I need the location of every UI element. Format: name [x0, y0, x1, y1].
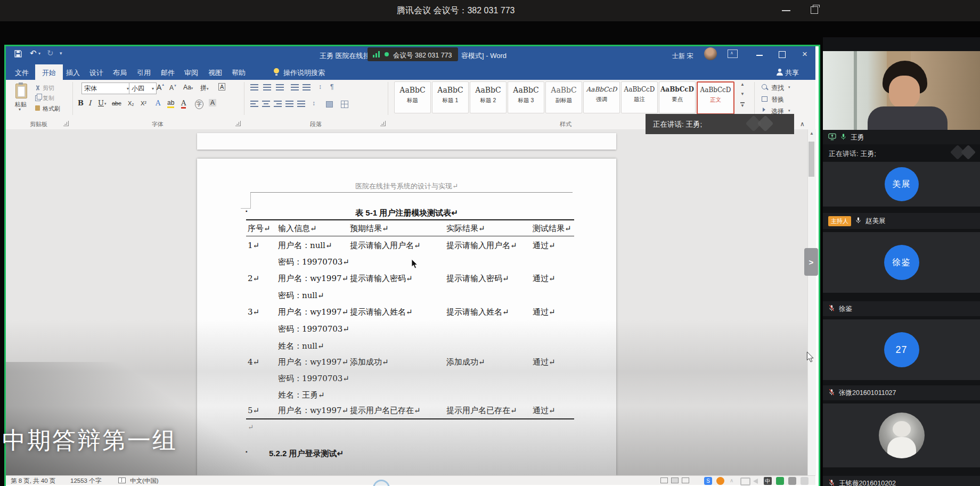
view-read-mode-icon[interactable] — [660, 477, 668, 483]
account-name[interactable]: 士新 宋 — [672, 52, 693, 61]
scroll-up-icon[interactable]: ▲ — [810, 131, 814, 136]
justify-button[interactable] — [285, 101, 293, 107]
tell-me-search[interactable]: 操作说明搜索 — [283, 68, 325, 78]
paragraph-dialog-launcher[interactable] — [380, 121, 386, 126]
underline-dropdown-icon[interactable]: ▾ — [104, 102, 107, 106]
participant-tile[interactable]: 美展 — [823, 162, 980, 207]
style-card-subtitle[interactable]: AaBbC 副标题 — [545, 81, 582, 113]
minimize-icon[interactable] — [782, 10, 790, 11]
highlight-button[interactable]: ab — [167, 99, 174, 108]
distribute-button[interactable] — [297, 101, 305, 107]
line-spacing-button[interactable]: ↕ — [312, 100, 315, 107]
taskbar-icon-hidden[interactable]: ∧ — [730, 477, 733, 483]
view-print-layout-icon[interactable] — [671, 477, 679, 483]
show-marks-button[interactable]: ¶ — [330, 83, 333, 90]
align-center-button[interactable] — [262, 101, 270, 107]
character-shading-button[interactable]: A — [209, 99, 216, 106]
taskbar-icon-gray[interactable] — [788, 477, 796, 485]
tab-insert[interactable]: 插入 — [66, 68, 80, 78]
cut-button[interactable]: 剪切 — [43, 84, 54, 92]
tab-review[interactable]: 审阅 — [184, 68, 198, 78]
word-minimize-icon[interactable] — [756, 55, 763, 56]
taskbar-icon-sogou[interactable]: S — [704, 477, 712, 485]
participant-tile[interactable] — [823, 403, 980, 467]
tab-mailings[interactable]: 邮件 — [161, 68, 175, 78]
save-icon[interactable] — [14, 50, 22, 60]
find-dropdown-icon[interactable]: ▾ — [788, 85, 790, 89]
underline-button[interactable]: U — [98, 99, 104, 107]
account-avatar[interactable] — [704, 47, 717, 60]
taskbar-icon-light[interactable] — [801, 477, 808, 485]
participant-tile[interactable]: 27 — [823, 319, 980, 380]
tab-references[interactable]: 引用 — [137, 68, 151, 78]
format-painter-button[interactable]: 格式刷 — [43, 105, 60, 113]
proofing-book-icon[interactable] — [118, 477, 126, 483]
borders-button[interactable] — [341, 101, 348, 108]
taskbar-icon-green[interactable] — [776, 477, 784, 485]
taskbar-icon-volume[interactable] — [753, 479, 758, 484]
participant-row[interactable]: 张微201601011027 — [823, 385, 980, 400]
clipboard-dialog-launcher[interactable] — [63, 121, 69, 126]
italic-button[interactable]: I — [88, 99, 91, 107]
undo-icon[interactable]: ↶ — [30, 48, 37, 58]
taskbar-icon-ime[interactable]: 中 — [764, 477, 772, 485]
doc-scrollbar-track[interactable] — [807, 129, 816, 475]
tab-view[interactable]: 视图 — [208, 68, 222, 78]
taskbar-icon-display[interactable] — [740, 477, 750, 485]
align-left-button[interactable] — [250, 101, 258, 107]
status-word-count[interactable]: 12553 个字 — [70, 477, 101, 485]
increase-indent-button[interactable] — [303, 84, 311, 90]
font-family-combo[interactable]: 宋体 ▾ — [81, 83, 132, 94]
style-card-heading3[interactable]: AaBbC 标题 3 — [508, 81, 544, 113]
select-dropdown-icon[interactable]: ▾ — [788, 109, 790, 113]
numbering-button[interactable] — [263, 84, 271, 90]
status-page-info[interactable]: 第 8 页, 共 40 页 — [11, 477, 55, 485]
superscript-button[interactable]: X² — [141, 100, 146, 106]
restore-icon[interactable] — [811, 6, 818, 14]
enclose-character-button[interactable]: 字 — [195, 100, 203, 109]
tab-help[interactable]: 帮助 — [232, 68, 246, 78]
copy-button[interactable]: 复制 — [43, 94, 54, 102]
participant-row[interactable]: 王铭薇2016010202 — [823, 476, 980, 486]
participant-row[interactable]: 徐鉴 — [823, 301, 980, 316]
qat-customize-icon[interactable]: ▾ — [60, 51, 62, 56]
font-size-combo[interactable]: 小四 ▾ — [129, 83, 157, 94]
word-restore-icon[interactable] — [779, 51, 786, 58]
grow-font-button[interactable]: A▲ — [157, 83, 165, 92]
ribbon-collapse-icon[interactable]: ∧ — [800, 120, 805, 128]
status-language[interactable]: 中文(中国) — [130, 477, 159, 485]
word-close-icon[interactable]: × — [802, 49, 807, 60]
tab-home[interactable]: 开始 — [42, 68, 56, 78]
style-card-emphasis[interactable]: AaBbCcD 强调 — [583, 81, 620, 113]
paste-button[interactable]: 粘贴 ▾ — [10, 83, 32, 116]
replace-button[interactable]: 替换 — [771, 95, 784, 104]
shading-bucket-icon[interactable] — [326, 101, 333, 108]
font-dialog-launcher[interactable] — [235, 121, 241, 126]
subscript-button[interactable]: X₂ — [128, 100, 134, 106]
participant-tile[interactable]: 徐鉴 — [823, 232, 980, 293]
share-button[interactable]: 共享 — [785, 68, 799, 78]
redo-icon[interactable]: ↻ — [47, 48, 54, 58]
align-right-button[interactable] — [274, 101, 282, 107]
character-border-button[interactable]: A — [218, 83, 225, 90]
undo-dropdown-icon[interactable]: ▾ — [38, 51, 40, 56]
participant-row[interactable]: 主持人 赵美展 — [823, 213, 980, 229]
tab-layout[interactable]: 布局 — [113, 68, 127, 78]
find-button[interactable]: 查找 — [771, 84, 784, 93]
view-web-layout-icon[interactable] — [682, 477, 689, 483]
style-card-heading2[interactable]: AaBbC 标题 2 — [470, 81, 507, 113]
decrease-indent-button[interactable] — [291, 84, 299, 90]
style-card-heading[interactable]: AaBbC 标题 — [394, 81, 431, 113]
tab-design[interactable]: 设计 — [89, 68, 103, 78]
style-card-heading1[interactable]: AaBbC 标题 1 — [432, 81, 469, 113]
doc-scrollbar-thumb[interactable] — [808, 142, 814, 177]
tab-file[interactable]: 文件 — [15, 68, 29, 78]
sort-button[interactable]: ↕ — [318, 83, 322, 90]
taskbar-icon-orange[interactable] — [716, 477, 724, 485]
speaker-video-tile[interactable] — [823, 51, 980, 130]
bold-button[interactable]: B — [78, 99, 84, 107]
bullets-button[interactable] — [250, 84, 258, 90]
change-case-button[interactable]: Aa▾ — [183, 84, 193, 91]
multilevel-list-button[interactable] — [276, 84, 284, 90]
shrink-font-button[interactable]: A▼ — [169, 84, 177, 92]
